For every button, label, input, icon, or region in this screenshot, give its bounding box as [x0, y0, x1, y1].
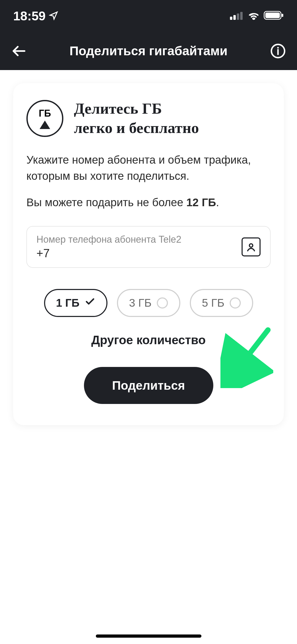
svg-rect-3 — [240, 12, 243, 20]
card-description: Укажите номер абонента и объем трафика, … — [26, 152, 271, 184]
back-button[interactable] — [10, 42, 29, 61]
location-icon — [49, 9, 58, 23]
gb-option-1-label: 1 ГБ — [56, 297, 79, 309]
gift-limit-line: Вы можете подарить не более 12 ГБ. — [26, 196, 271, 209]
arrow-up-icon — [40, 121, 50, 129]
phone-label: Номер телефона абонента Tele2 — [36, 234, 181, 245]
home-indicator[interactable] — [96, 634, 201, 638]
annotation-arrow-icon — [220, 325, 273, 388]
info-button[interactable] — [268, 42, 287, 61]
svg-point-11 — [249, 244, 253, 247]
status-time: 18:59 — [13, 9, 46, 23]
cta-wrap: Поделиться — [26, 367, 271, 404]
share-card: ГБ Делитесь ГБ легко и бесплатно Укажите… — [13, 83, 284, 425]
page-title: Поделиться гигабайтами — [29, 44, 268, 58]
limit-suffix: . — [216, 196, 219, 209]
gb-option-3[interactable]: 3 ГБ — [117, 289, 180, 317]
status-right — [230, 11, 284, 21]
gb-option-1[interactable]: 1 ГБ — [44, 289, 107, 317]
status-left: 18:59 — [13, 9, 58, 23]
gb-share-icon: ГБ — [26, 100, 63, 137]
gb-option-5[interactable]: 5 ГБ — [190, 289, 253, 317]
check-icon — [85, 296, 95, 310]
content: ГБ Делитесь ГБ легко и бесплатно Укажите… — [0, 70, 297, 438]
card-title-line1: Делитесь ГБ — [74, 99, 199, 118]
limit-value: 12 ГБ — [186, 196, 216, 209]
status-bar: 18:59 — [0, 0, 297, 32]
svg-rect-1 — [233, 15, 236, 20]
radio-icon — [157, 297, 168, 309]
phone-value: +7 — [36, 247, 181, 260]
share-button[interactable]: Поделиться — [84, 367, 213, 404]
svg-rect-0 — [230, 17, 232, 20]
signal-icon — [230, 11, 244, 21]
phone-input[interactable]: Номер телефона абонента Tele2 +7 — [26, 226, 271, 268]
gb-option-3-label: 3 ГБ — [129, 297, 152, 309]
gb-options: 1 ГБ 3 ГБ 5 ГБ — [26, 289, 271, 317]
svg-line-13 — [231, 330, 268, 378]
svg-rect-5 — [265, 13, 280, 18]
card-header: ГБ Делитесь ГБ легко и бесплатно — [26, 99, 271, 137]
card-title-line2: легко и бесплатно — [74, 118, 199, 138]
svg-rect-6 — [282, 14, 283, 17]
radio-icon — [230, 297, 241, 309]
gb-option-5-label: 5 ГБ — [202, 297, 224, 309]
wifi-icon — [247, 11, 260, 21]
nav-bar: Поделиться гигабайтами — [0, 32, 297, 70]
svg-point-10 — [277, 47, 279, 48]
contacts-button[interactable] — [242, 237, 261, 256]
card-title: Делитесь ГБ легко и бесплатно — [74, 99, 199, 137]
limit-prefix: Вы можете подарить не более — [26, 196, 186, 209]
svg-rect-2 — [237, 13, 239, 20]
gb-icon-label: ГБ — [39, 108, 51, 119]
battery-icon — [264, 11, 284, 21]
